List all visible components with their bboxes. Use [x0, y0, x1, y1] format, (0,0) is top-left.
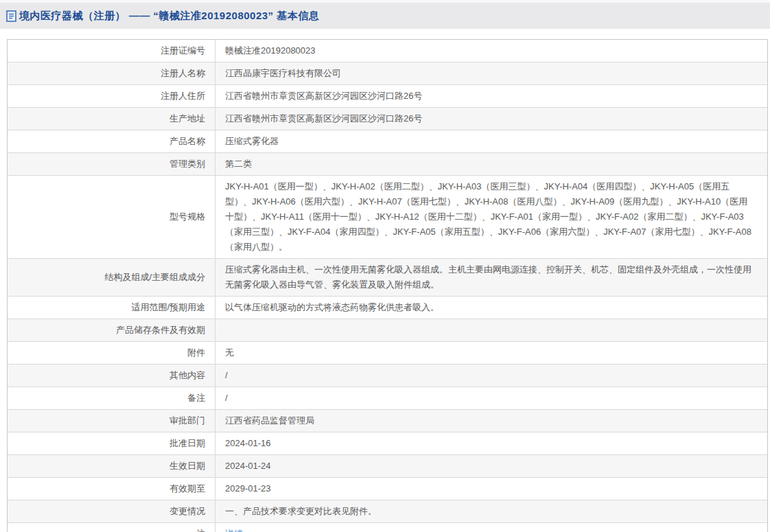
row-label-text: 管理类别 — [170, 157, 205, 172]
row-label: 产品储存条件及有效期 — [8, 319, 215, 341]
row-label-text: 备注 — [187, 391, 205, 406]
row-label: 注册人名称 — [8, 62, 215, 84]
table-row: 注册证编号 赣械注准20192080023 — [8, 40, 767, 62]
table-row: 附件 无 — [8, 342, 767, 365]
row-label: 型号规格 — [8, 176, 215, 258]
document-icon — [6, 10, 16, 22]
row-label: 批准日期 — [8, 432, 215, 454]
table-row: 适用范围/预期用途 以气体压缩机驱动的方式将液态药物雾化供患者吸入。 — [8, 297, 767, 319]
row-value-text: 赣械注准20192080023 — [225, 43, 316, 58]
table-row: 注册人住所 江西省赣州市章贡区高新区沙河园区沙河口路26号 — [8, 85, 767, 108]
row-value-text: 无 — [225, 345, 234, 360]
row-value: 2024-01-24 — [215, 455, 767, 477]
row-label: 备注 — [8, 387, 215, 409]
row-label: 审批部门 — [8, 410, 215, 432]
table-row: 型号规格 JKY-H-A01（医用一型）、JKY-H-A02（医用二型）、JKY… — [8, 176, 767, 259]
table-row: 生效日期 2024-01-24 — [8, 455, 767, 478]
row-label: 管理类别 — [8, 153, 215, 175]
row-value: 第二类 — [215, 153, 767, 175]
row-value: 江西晶康宇医疗科技有限公司 — [215, 62, 767, 84]
row-label: 有效期至 — [8, 478, 215, 500]
row-value-text: / — [225, 391, 228, 406]
table-row: 产品名称 压缩式雾化器 — [8, 130, 767, 153]
row-value: 详情 — [215, 523, 767, 532]
row-label-text: 注 — [196, 527, 205, 532]
row-label-text: 批准日期 — [170, 436, 205, 451]
row-label: 生效日期 — [8, 455, 215, 477]
detail-link[interactable]: 详情 — [225, 527, 243, 532]
registration-info-table: 注册证编号 赣械注准20192080023 注册人名称 江西晶康宇医疗科技有限公… — [7, 39, 768, 532]
row-value: 赣械注准20192080023 — [215, 40, 767, 62]
row-value-text: 江西省赣州市章贡区高新区沙河园区沙河口路26号 — [225, 89, 422, 104]
table-row: 有效期至 2029-01-23 — [8, 478, 767, 500]
row-label-text: 其他内容 — [170, 368, 205, 383]
row-value: 2029-01-23 — [215, 478, 767, 500]
row-label-text: 附件 — [187, 345, 205, 360]
page-title: 境内医疗器械（注册） —— “赣械注准20192080023” 基本信息 — [19, 10, 319, 23]
row-label-text: 产品储存条件及有效期 — [116, 323, 205, 338]
row-label-text: 注册人住所 — [161, 89, 205, 104]
table-row: 结构及组成/主要组成成分 压缩式雾化器由主机、一次性使用无菌雾化吸入器组成。主机… — [8, 259, 767, 297]
row-value: JKY-H-A01（医用一型）、JKY-H-A02（医用二型）、JKY-H-A0… — [215, 176, 767, 258]
table-row: 产品储存条件及有效期 — [8, 319, 767, 342]
table-row: 批准日期 2024-01-16 — [8, 432, 767, 455]
row-value-text: 第二类 — [225, 157, 252, 172]
row-value: / — [215, 387, 767, 409]
row-label: 产品名称 — [8, 130, 215, 152]
page-header: 境内医疗器械（注册） —— “赣械注准20192080023” 基本信息 — [0, 0, 770, 29]
row-value-text: 江西省赣州市章贡区高新区沙河园区沙河口路26号 — [225, 111, 422, 126]
row-value: 江西省药品监督管理局 — [215, 410, 767, 432]
row-value-text: 2024-01-24 — [225, 459, 271, 474]
row-value: 无 — [215, 342, 767, 364]
row-value-text: JKY-H-A01（医用一型）、JKY-H-A02（医用二型）、JKY-H-A0… — [225, 179, 756, 255]
row-label-text: 产品名称 — [170, 134, 205, 149]
row-label-text: 变更情况 — [170, 504, 205, 519]
row-value-text: 江西省药品监督管理局 — [225, 413, 314, 428]
table-row: 审批部门 江西省药品监督管理局 — [8, 410, 767, 432]
row-value: 以气体压缩机驱动的方式将液态药物雾化供患者吸入。 — [215, 297, 767, 319]
table-row: 其他内容 / — [8, 365, 767, 387]
row-label: 其他内容 — [8, 365, 215, 386]
row-label: 注 — [8, 523, 215, 532]
row-value-text: 2024-01-16 — [225, 436, 271, 451]
row-value: 压缩式雾化器 — [215, 130, 767, 152]
row-label-text: 型号规格 — [170, 209, 205, 224]
row-label: 注册证编号 — [8, 40, 215, 62]
row-label-text: 有效期至 — [170, 481, 205, 496]
row-value: 压缩式雾化器由主机、一次性使用无菌雾化吸入器组成。主机主要由网电源连接、控制开关… — [215, 259, 767, 296]
row-value: 2024-01-16 — [215, 432, 767, 454]
row-value-text: 压缩式雾化器由主机、一次性使用无菌雾化吸入器组成。主机主要由网电源连接、控制开关… — [225, 262, 756, 292]
row-value-text: / — [225, 368, 228, 383]
table-row: 注 详情 — [8, 523, 767, 532]
row-value-text: 江西晶康宇医疗科技有限公司 — [225, 66, 341, 81]
row-label-text: 审批部门 — [170, 413, 205, 428]
row-value-text: 2029-01-23 — [225, 481, 271, 496]
row-label-text: 适用范围/预期用途 — [131, 300, 205, 315]
row-value-text: 以气体压缩机驱动的方式将液态药物雾化供患者吸入。 — [225, 300, 439, 315]
row-label: 生产地址 — [8, 108, 215, 130]
row-value: / — [215, 365, 767, 386]
row-label: 适用范围/预期用途 — [8, 297, 215, 319]
table-row: 管理类别 第二类 — [8, 153, 767, 176]
table-row: 备注 / — [8, 387, 767, 410]
row-value-text: 压缩式雾化器 — [225, 134, 279, 149]
row-label: 注册人住所 — [8, 85, 215, 107]
row-value — [215, 319, 767, 341]
row-label-text: 结构及组成/主要组成成分 — [104, 270, 205, 285]
row-label-text: 生效日期 — [170, 459, 205, 474]
row-value-text: 一、产品技术要求变更对比表见附件。 — [225, 504, 377, 519]
row-value: 江西省赣州市章贡区高新区沙河园区沙河口路26号 — [215, 85, 767, 107]
row-label-text: 生产地址 — [170, 111, 205, 126]
row-value: 江西省赣州市章贡区高新区沙河园区沙河口路26号 — [215, 108, 767, 130]
table-row: 生产地址 江西省赣州市章贡区高新区沙河园区沙河口路26号 — [8, 108, 767, 130]
row-label: 附件 — [8, 342, 215, 364]
table-row: 变更情况 一、产品技术要求变更对比表见附件。 — [8, 500, 767, 523]
row-label-text: 注册证编号 — [161, 43, 205, 58]
row-value: 一、产品技术要求变更对比表见附件。 — [215, 500, 767, 522]
row-label-text: 注册人名称 — [161, 66, 205, 81]
row-label: 变更情况 — [8, 500, 215, 522]
table-row: 注册人名称 江西晶康宇医疗科技有限公司 — [8, 62, 767, 85]
row-label: 结构及组成/主要组成成分 — [8, 259, 215, 296]
